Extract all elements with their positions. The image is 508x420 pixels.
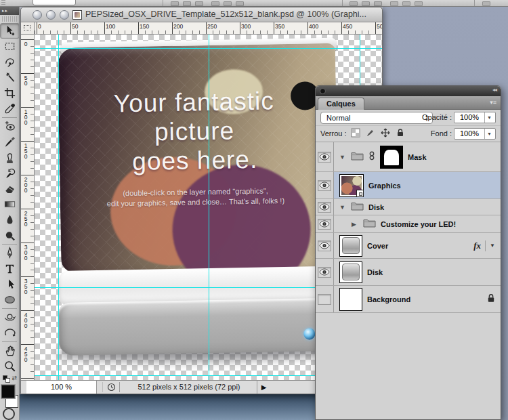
ruler-label: 100 [106,23,115,30]
layer-name[interactable]: Disk [368,203,384,211]
crop-tool[interactable] [0,85,20,101]
layer-row-mask[interactable]: ▼Mask [316,142,501,172]
3d-orbit-tool[interactable] [0,325,20,341]
disclosure-closed-icon[interactable]: ▶ [352,221,358,228]
status-clock-icon[interactable] [102,382,120,392]
gradient-tool[interactable] [0,196,20,212]
hand-tool[interactable] [0,343,20,358]
panel-collapse-icon[interactable]: ◂◂ [492,87,496,93]
layer-effects-fx-icon[interactable]: fx [473,240,481,251]
align-button[interactable] [171,1,179,6]
layer-thumbnail-white[interactable] [339,288,362,311]
panel-close-button[interactable] [320,88,326,94]
zoom-level-field[interactable]: 100 % [26,381,97,394]
blend-mode-select[interactable]: Normal ▲▼ [320,112,433,124]
opacity-field[interactable]: 100%▼ [454,112,496,123]
fx-expand-arrow-icon[interactable]: ▼ [485,240,495,251]
align-button[interactable] [236,1,244,6]
ruler-label: 200 [22,176,29,192]
eraser-tool[interactable] [0,181,20,196]
layer-thumbnail-drive[interactable] [339,261,362,283]
guide-vertical[interactable] [58,35,59,380]
magic-wand-tool[interactable] [0,70,20,85]
align-button[interactable] [211,1,219,6]
layer-name[interactable]: Background [367,295,410,303]
layer-name[interactable]: Graphics [368,182,401,190]
distribute-button[interactable] [402,1,410,6]
layer-thumbnail-drive[interactable] [339,235,362,257]
visibility-eye-icon[interactable] [318,152,331,163]
visibility-eye-icon[interactable] [318,240,331,251]
burn-tool[interactable] [0,228,20,243]
swap-colors-icon[interactable]: ⇄ [12,375,17,381]
disclosure-open-icon[interactable]: ▼ [339,204,346,211]
foreground-color-swatch[interactable] [1,385,15,398]
status-reveal-button[interactable]: ▶ [257,381,270,394]
layer-name[interactable]: Customize your LED! [381,220,456,228]
lock-position-icon[interactable] [381,128,390,138]
layer-row-cover[interactable]: Coverfx▼ [316,233,501,259]
layer-name[interactable]: Disk [367,268,383,276]
distribute-button[interactable] [350,1,358,6]
ruler-label: 350 [275,23,284,30]
distribute-button[interactable] [415,1,423,6]
zoom-tool[interactable] [0,358,20,374]
vertical-ruler[interactable]: 050100150200250300350400450500 [21,35,35,380]
history-brush-tool[interactable] [0,165,20,181]
eyedropper-tool[interactable] [0,101,20,117]
align-button[interactable] [183,1,191,6]
visibility-toggle-empty[interactable] [318,294,331,305]
tools-collapse-button[interactable]: ▸▸ [0,7,19,15]
pen-tool[interactable] [0,245,20,261]
ruler-origin-corner[interactable] [21,22,35,35]
healing-brush-tool[interactable] [0,119,20,134]
auto-align-button[interactable] [482,1,490,6]
layer-name[interactable]: Cover [367,242,388,250]
visibility-eye-icon[interactable] [318,267,331,278]
ellipse-shape-tool[interactable] [0,292,20,308]
panel-header[interactable]: ◂◂ [316,86,501,96]
guide-vertical[interactable] [209,35,209,380]
path-selection-tool[interactable] [0,276,20,292]
visibility-eye-icon[interactable] [318,202,331,213]
layer-row-graphics[interactable]: Graphics [316,172,501,199]
layer-row-customize-your-led-[interactable]: ▶Customize your LED! [316,215,501,233]
tab-calques[interactable]: Calques [318,98,364,110]
distribute-button[interactable] [374,1,382,6]
guide-horizontal[interactable] [35,48,382,49]
distribute-button[interactable] [390,1,398,6]
move-tool[interactable] [0,23,20,39]
align-button[interactable] [224,1,232,6]
disclosure-open-icon[interactable]: ▼ [339,154,346,161]
layer-thumbnail-art[interactable] [339,174,364,197]
type-tool[interactable] [0,261,20,276]
lock-paint-icon[interactable] [366,128,375,138]
tool-preset-select[interactable] [33,0,76,5]
layer-row-background[interactable]: Background [316,286,501,313]
lock-all-icon[interactable] [396,128,405,138]
layer-row-disk[interactable]: Disk [316,259,501,286]
minimize-button[interactable] [46,10,56,20]
cover-text: Your fantasticpicturegoes here. (double-… [65,85,324,210]
lasso-tool[interactable] [0,54,20,70]
brush-tool[interactable] [0,134,20,150]
clone-stamp-tool[interactable] [0,150,20,165]
lock-transparency-icon[interactable] [351,128,360,138]
rectangular-marquee-tool[interactable] [0,39,20,54]
quick-mask-button[interactable] [3,408,15,420]
layer-row-disk[interactable]: ▼Disk [316,199,501,215]
zoom-button[interactable] [60,10,69,20]
window-titlebar[interactable]: PEPSized_OSX_DRIVE_Template_512x512_blan… [21,7,382,22]
visibility-eye-icon[interactable] [318,180,331,191]
horizontal-ruler[interactable]: 050100150200250300350400450500 [35,22,382,35]
layer-name[interactable]: Mask [408,153,427,161]
close-button[interactable] [33,10,42,20]
blur-tool[interactable] [0,212,20,228]
layer-thumbnail-mask[interactable] [380,146,403,169]
3d-rotate-tool[interactable] [0,310,20,325]
distribute-button[interactable] [362,1,370,6]
panel-menu-icon[interactable]: ▾≡ [490,99,496,106]
align-button[interactable] [195,1,203,6]
fill-field[interactable]: 100%▼ [454,128,496,140]
visibility-eye-icon[interactable] [318,219,331,230]
